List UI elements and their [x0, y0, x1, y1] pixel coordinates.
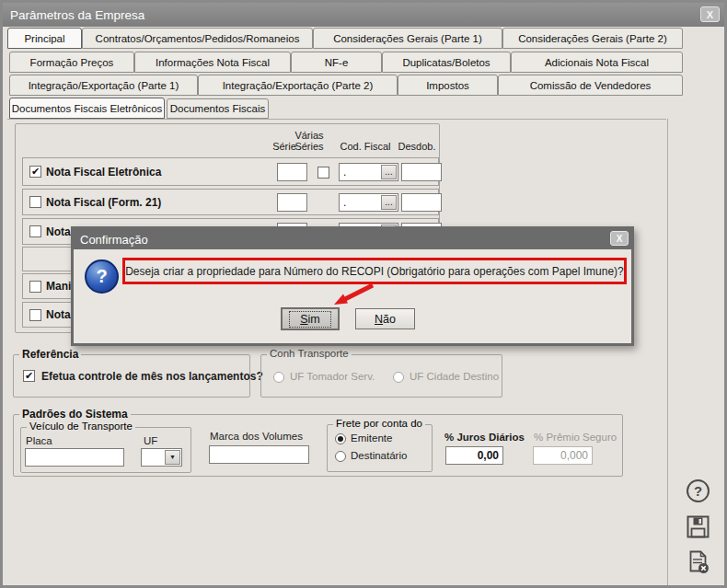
padroes-sistema-title: Padrões do Sistema — [19, 408, 131, 421]
frete-group: Frete por conta do Emitente Destinatário — [327, 424, 433, 472]
row-checkbox[interactable] — [29, 196, 41, 208]
confirmation-dialog: Confirmação X ? Deseja criar a proprieda… — [71, 226, 634, 346]
serie-input[interactable] — [277, 193, 307, 212]
veiculo-transporte-group: Veículo de Transporte Placa UF ▼ — [20, 427, 191, 473]
message-highlight-box: Deseja criar a propriedade para Número d… — [122, 258, 627, 284]
row-label: Nota Fiscal Eletrônica — [46, 166, 161, 179]
parametros-empresa-window: Parâmetros da Empresa X Principal Contra… — [0, 0, 727, 588]
row-checkbox[interactable] — [29, 225, 41, 237]
dialog-message: Deseja criar a propriedade para Número d… — [125, 265, 624, 278]
uf-tomador-label: UF Tomador Serv. — [290, 371, 375, 382]
placa-input[interactable] — [25, 448, 124, 467]
dialog-close-icon[interactable]: X — [610, 231, 629, 246]
subtab-baseline — [7, 119, 666, 120]
controle-mes-checkbox[interactable]: ✔ — [23, 370, 35, 382]
tab-contratos[interactable]: Contratos/Orçamentos/Pedidos/Romaneios — [82, 28, 313, 49]
save-icon — [686, 514, 710, 539]
no-button[interactable]: Não — [355, 308, 415, 329]
tab-formacao-precos[interactable]: Formação Preços — [9, 52, 134, 73]
marca-volumes-input[interactable] — [209, 445, 309, 464]
serie-input[interactable] — [277, 163, 307, 181]
uf-dropdown[interactable]: ▼ — [141, 448, 182, 467]
column-header-cod-fiscal: Cod. Fiscal — [335, 141, 396, 152]
tab-comissao-vendedores[interactable]: Comissão de Vendedores — [498, 75, 683, 96]
tab-consideracoes-1[interactable]: Considerações Gerais (Parte 1) — [313, 28, 502, 49]
document-cancel-icon — [686, 549, 711, 575]
window-titlebar: Parâmetros da Empresa — [3, 3, 724, 27]
cod-fiscal-value: . — [340, 196, 380, 209]
conh-transporte-group: Conh Transporte UF Tomador Serv. UF Cida… — [260, 354, 502, 398]
chevron-down-icon[interactable]: ▼ — [165, 450, 180, 465]
row-label: Nota Fiscal (Form. 21) — [46, 196, 161, 209]
dialog-titlebar: Confirmação — [74, 229, 631, 249]
ellipsis-icon[interactable]: ... — [381, 165, 397, 179]
row-checkbox[interactable] — [29, 309, 41, 321]
referencia-group-title: Referência — [19, 348, 81, 361]
help-button[interactable]: ? — [687, 479, 710, 502]
uf-cidade-destino-radio — [393, 372, 404, 383]
row-checkbox[interactable]: ✔ — [29, 166, 41, 178]
tab-integracao-2[interactable]: Integração/Exportação (Parte 2) — [198, 75, 398, 96]
question-icon: ? — [85, 259, 119, 294]
desdob-input[interactable] — [401, 163, 442, 181]
uf-label: UF — [144, 435, 157, 446]
uf-cidade-destino-label: UF Cidade Destino — [410, 371, 499, 382]
juros-diarios-input[interactable] — [445, 446, 503, 465]
column-header-desdob: Desdob. — [396, 141, 438, 152]
save-button[interactable] — [686, 514, 710, 543]
tab-principal[interactable]: Principal — [7, 28, 82, 49]
tab-adicionais-nota-fiscal[interactable]: Adicionais Nota Fiscal — [511, 52, 683, 73]
destinatario-label: Destinatário — [351, 450, 407, 461]
premio-seguro-input[interactable] — [533, 446, 593, 465]
padroes-sistema-group: Padrões do Sistema Veículo de Transporte… — [13, 414, 623, 477]
veiculo-transporte-title: Veículo de Transporte — [27, 421, 135, 432]
cod-fiscal-value: . — [340, 166, 380, 179]
marca-volumes-label: Marca dos Volumes — [210, 431, 303, 442]
table-row: Nota Fiscal (Form. 21) . ... — [22, 189, 439, 215]
uf-tomador-radio — [273, 372, 284, 383]
tab-duplicatas-boletos[interactable]: Duplicatas/Boletos — [382, 52, 511, 73]
cod-fiscal-combo[interactable]: . ... — [339, 193, 398, 212]
desdob-input[interactable] — [401, 193, 442, 212]
premio-seguro-label: % Prêmio Seguro — [534, 432, 617, 443]
referencia-group: Referência ✔ Efetua controle de mês nos … — [13, 354, 250, 398]
check-icon: ✔ — [31, 167, 40, 177]
tab-informacoes-nota-fiscal[interactable]: Informações Nota Fiscal — [134, 52, 291, 73]
table-row: ✔ Nota Fiscal Eletrônica . ... — [22, 157, 439, 186]
placa-label: Placa — [26, 435, 52, 446]
dialog-title: Confirmação — [80, 233, 148, 247]
tab-consideracoes-2[interactable]: Considerações Gerais (Parte 2) — [502, 28, 683, 49]
emitente-radio[interactable] — [335, 433, 346, 444]
subtab-documentos-fiscais-eletronicos[interactable]: Documentos Fiscais Eletrônicos — [9, 98, 165, 119]
varias-series-checkbox[interactable] — [317, 167, 329, 179]
row-checkbox[interactable] — [29, 281, 41, 293]
frete-group-title: Frete por conta do — [333, 418, 425, 429]
subtab-documentos-fiscais[interactable]: Documentos Fiscais — [167, 98, 269, 119]
check-icon: ✔ — [25, 371, 33, 381]
help-icon: ? — [694, 483, 702, 499]
toolbar-separator — [667, 119, 668, 585]
window-title: Parâmetros da Empresa — [10, 8, 144, 22]
ellipsis-icon[interactable]: ... — [381, 195, 397, 210]
column-header-varias-line1: Várias — [291, 130, 328, 141]
juros-diarios-label: % Juros Diários — [444, 432, 525, 443]
controle-mes-label: Efetua controle de mês nos lançamentos? — [41, 370, 263, 383]
cancel-document-button[interactable] — [686, 549, 711, 579]
window-close-icon[interactable]: X — [700, 6, 720, 22]
conh-transporte-group-title: Conh Transporte — [267, 348, 352, 359]
tab-impostos[interactable]: Impostos — [398, 75, 498, 96]
column-header-varias-line2: Séries — [291, 141, 328, 152]
destinatario-radio[interactable] — [335, 451, 346, 462]
yes-button[interactable]: Sim — [282, 308, 339, 329]
cod-fiscal-combo[interactable]: . ... — [339, 163, 398, 181]
emitente-label: Emitente — [351, 432, 392, 444]
tab-nfe[interactable]: NF-e — [291, 52, 382, 73]
tab-integracao-1[interactable]: Integração/Exportação (Parte 1) — [9, 75, 198, 96]
